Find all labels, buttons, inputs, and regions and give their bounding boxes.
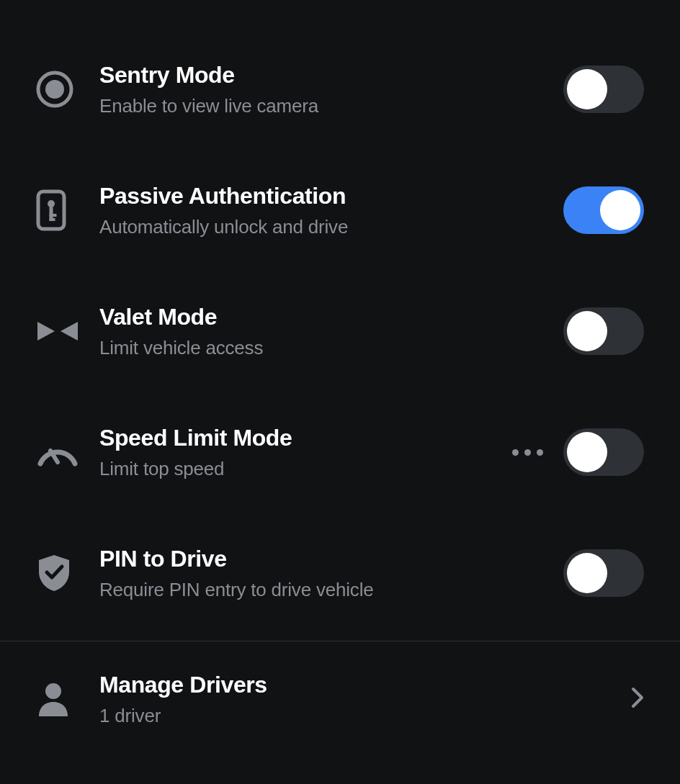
toggle-pin-to-drive[interactable]: [563, 549, 644, 597]
toggle-sentry-mode[interactable]: [563, 66, 644, 113]
shield-check-icon: [36, 553, 82, 593]
row-subtitle: Enable to view live camera: [99, 94, 563, 118]
row-subtitle: Limit top speed: [99, 457, 512, 481]
svg-marker-7: [37, 322, 55, 341]
toggle-passive-authentication[interactable]: [563, 186, 644, 234]
chevron-right-icon: [631, 686, 644, 712]
svg-marker-8: [61, 322, 78, 341]
row-pin-to-drive[interactable]: PIN to Drive Require PIN entry to drive …: [0, 513, 680, 634]
row-title: Speed Limit Mode: [99, 424, 512, 451]
speedometer-icon: [36, 438, 82, 467]
toggle-speed-limit-mode[interactable]: [563, 428, 644, 476]
row-sentry-mode[interactable]: Sentry Mode Enable to view live camera: [0, 29, 680, 150]
person-icon: [36, 680, 82, 718]
row-title: Sentry Mode: [99, 61, 563, 89]
sentry-record-icon: [36, 71, 82, 108]
svg-point-1: [45, 80, 64, 99]
phone-key-icon: [36, 189, 82, 231]
more-options-icon[interactable]: [512, 449, 543, 456]
row-speed-limit-mode[interactable]: Speed Limit Mode Limit top speed: [0, 392, 680, 513]
row-title: Manage Drivers: [99, 671, 631, 698]
row-title: PIN to Drive: [99, 545, 563, 572]
row-subtitle: Limit vehicle access: [99, 336, 563, 360]
row-subtitle: Require PIN entry to drive vehicle: [99, 578, 563, 602]
security-settings-list: Sentry Mode Enable to view live camera P…: [0, 0, 680, 757]
row-title: Valet Mode: [99, 303, 563, 330]
svg-rect-6: [50, 218, 55, 221]
svg-rect-5: [50, 214, 57, 217]
row-title: Passive Authentication: [99, 182, 563, 209]
row-passive-authentication[interactable]: Passive Authentication Automatically unl…: [0, 150, 680, 271]
row-manage-drivers[interactable]: Manage Drivers 1 driver: [0, 641, 680, 757]
row-subtitle: Automatically unlock and drive: [99, 215, 563, 239]
svg-point-3: [48, 200, 55, 207]
bowtie-icon: [36, 319, 82, 343]
svg-point-10: [45, 683, 61, 699]
toggle-valet-mode[interactable]: [563, 307, 644, 355]
row-valet-mode[interactable]: Valet Mode Limit vehicle access: [0, 271, 680, 392]
row-subtitle: 1 driver: [99, 704, 631, 728]
